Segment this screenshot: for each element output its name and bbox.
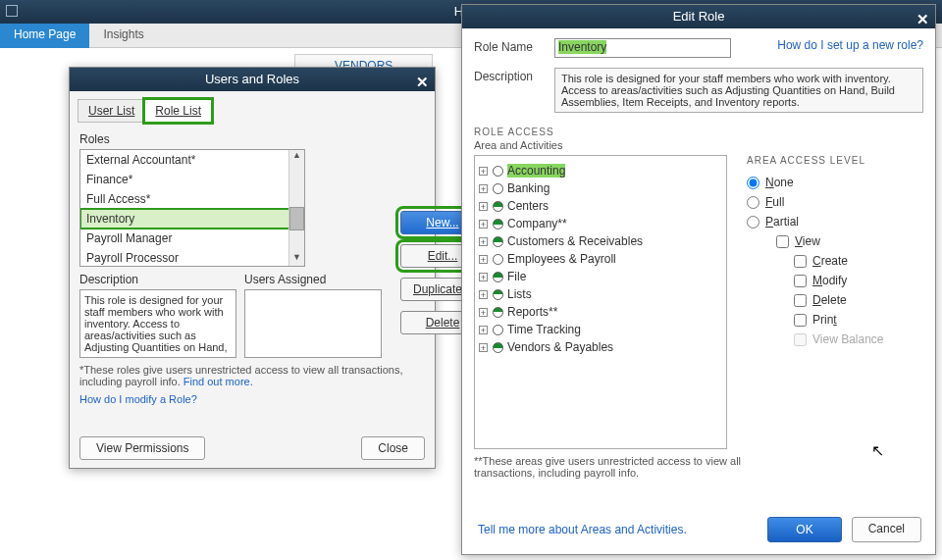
scroll-thumb[interactable] — [289, 207, 304, 230]
cancel-button[interactable]: Cancel — [852, 517, 921, 542]
tree-node[interactable]: +Lists — [479, 285, 722, 303]
scroll-down-icon[interactable]: ▼ — [289, 252, 304, 266]
tree-node[interactable]: +File — [479, 268, 722, 285]
users-roles-tabstrip: User List Role List — [78, 99, 435, 123]
expand-icon[interactable]: + — [479, 167, 488, 176]
access-indicator-icon — [493, 254, 503, 265]
find-out-more-link[interactable]: Find out more. — [183, 376, 253, 387]
access-indicator-icon — [493, 272, 503, 282]
access-indicator-icon — [493, 183, 503, 194]
modify-role-link[interactable]: How do I modify a Role? — [79, 393, 197, 405]
expand-icon[interactable]: + — [479, 202, 488, 211]
perm-view-check[interactable]: View — [776, 234, 923, 248]
users-assigned-box — [244, 289, 382, 358]
list-item[interactable]: External Accountant* — [80, 150, 304, 170]
description-label: Description — [79, 273, 236, 286]
scroll-up-icon[interactable]: ▲ — [289, 150, 304, 164]
tree-node-label: Company** — [507, 217, 567, 230]
expand-icon[interactable]: + — [479, 255, 488, 264]
tree-node[interactable]: +Company** — [479, 215, 722, 232]
tree-node-label: Banking — [507, 181, 550, 195]
close-button[interactable]: Close — [361, 436, 425, 460]
tree-node-label: Accounting — [507, 164, 565, 178]
access-full-radio[interactable]: Full — [747, 195, 923, 209]
users-roles-title: Users and Roles — [205, 72, 299, 86]
access-indicator-icon — [493, 236, 503, 247]
tree-node-label: Customers & Receivables — [507, 234, 643, 248]
tree-node[interactable]: +Time Tracking — [479, 321, 722, 338]
close-icon[interactable]: ✕ — [416, 71, 429, 94]
setup-new-role-link[interactable]: How do I set up a new role? — [777, 38, 923, 52]
access-indicator-icon — [493, 325, 503, 335]
access-indicator-icon — [493, 342, 503, 353]
cursor-icon: ↖ — [871, 441, 884, 460]
expand-icon[interactable]: + — [479, 237, 488, 246]
role-name-input[interactable]: Inventory — [554, 38, 731, 58]
tree-node-label: File — [507, 270, 526, 283]
access-indicator-icon — [493, 166, 503, 177]
tab-role-list[interactable]: Role List — [144, 99, 212, 123]
list-item[interactable]: Payroll Processor — [80, 248, 304, 267]
tab-home-page[interactable]: Home Page — [0, 24, 89, 48]
edit-role-dialog: Edit Role ✕ Role Name Inventory How do I… — [461, 4, 936, 555]
window-icon — [6, 5, 18, 17]
users-roles-dialog: Users and Roles ✕ User List Role List Ro… — [69, 67, 436, 469]
list-item[interactable]: Payroll Manager — [80, 229, 304, 248]
expand-icon[interactable]: + — [479, 343, 488, 352]
perm-modify-check[interactable]: Modify — [794, 274, 923, 287]
expand-icon[interactable]: + — [479, 326, 488, 334]
area-access-level-header: AREA ACCESS LEVEL — [747, 155, 923, 166]
description-label: Description — [474, 68, 545, 83]
tree-node-label: Vendors & Payables — [507, 340, 613, 354]
role-access-header: ROLE ACCESS — [474, 127, 923, 137]
areas-tree[interactable]: +Accounting+Banking+Centers+Company**+Cu… — [474, 155, 727, 449]
edit-role-titlebar: Edit Role ✕ — [462, 5, 935, 28]
access-indicator-icon — [493, 219, 503, 229]
list-item[interactable]: Finance* — [80, 170, 304, 189]
roles-label: Roles — [79, 132, 435, 146]
role-name-label: Role Name — [474, 38, 545, 54]
tree-node[interactable]: +Vendors & Payables — [479, 338, 722, 356]
access-partial-radio[interactable]: Partial — [747, 215, 923, 229]
perm-print-check[interactable]: Print — [794, 313, 923, 327]
close-icon[interactable]: ✕ — [916, 8, 929, 31]
access-indicator-icon — [493, 307, 503, 318]
tree-node-label: Time Tracking — [507, 323, 581, 336]
users-assigned-label: Users Assigned — [244, 273, 382, 286]
tree-node-label: Lists — [507, 287, 532, 301]
view-permissions-button[interactable]: View Permissions — [79, 436, 205, 460]
expand-icon[interactable]: + — [479, 273, 488, 281]
expand-icon[interactable]: + — [479, 290, 488, 299]
role-description-box: This role is designed for your staff mem… — [79, 289, 236, 358]
tree-node[interactable]: +Centers — [479, 197, 722, 215]
tab-user-list[interactable]: User List — [78, 99, 145, 123]
scrollbar[interactable]: ▲ ▼ — [288, 150, 304, 266]
list-item-selected[interactable]: Inventory — [80, 209, 304, 229]
tree-node[interactable]: +Customers & Receivables — [479, 232, 722, 250]
access-indicator-icon — [493, 201, 503, 212]
ok-button[interactable]: OK — [767, 517, 841, 542]
perm-create-check[interactable]: Create — [794, 254, 923, 268]
expand-icon[interactable]: + — [479, 220, 488, 229]
perm-delete-check[interactable]: Delete — [794, 293, 923, 307]
tree-node[interactable]: +Employees & Payroll — [479, 250, 722, 268]
users-roles-titlebar: Users and Roles ✕ — [70, 68, 435, 91]
perm-view-balance-check: View Balance — [794, 332, 923, 346]
expand-icon[interactable]: + — [479, 184, 488, 193]
tree-node-label: Employees & Payroll — [507, 252, 616, 266]
area-activities-label: Area and Activities — [474, 139, 923, 151]
tree-node[interactable]: +Reports** — [479, 303, 722, 321]
tree-node[interactable]: +Accounting — [479, 162, 722, 179]
access-indicator-icon — [493, 289, 503, 300]
tab-insights[interactable]: Insights — [89, 24, 157, 48]
expand-icon[interactable]: + — [479, 308, 488, 317]
tree-node[interactable]: +Banking — [479, 179, 722, 197]
list-item[interactable]: Full Access* — [80, 189, 304, 209]
edit-role-title: Edit Role — [673, 9, 725, 24]
role-description-textarea[interactable]: This role is designed for your staff mem… — [554, 68, 923, 113]
access-none-radio[interactable]: None — [747, 176, 923, 189]
tree-node-label: Reports** — [507, 305, 557, 319]
roles-listbox[interactable]: External Accountant* Finance* Full Acces… — [79, 149, 305, 267]
tell-me-more-link[interactable]: Tell me more about Areas and Activities. — [478, 523, 687, 536]
areas-footnote: **These areas give users unrestricted ac… — [474, 455, 749, 479]
